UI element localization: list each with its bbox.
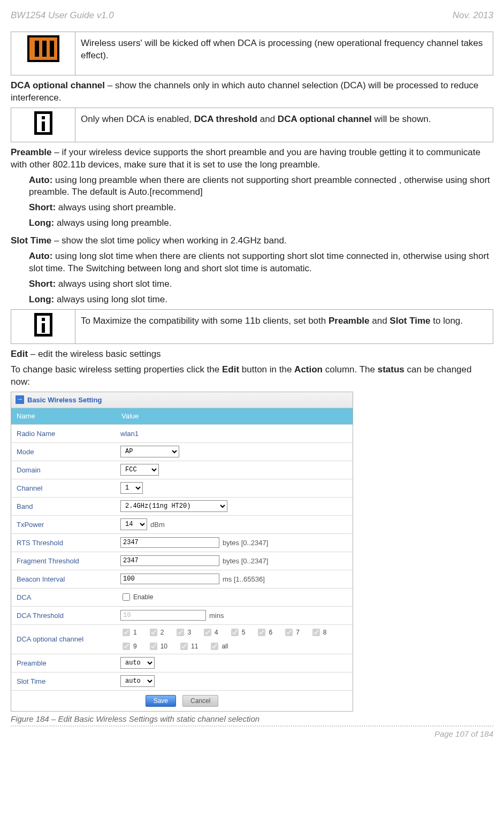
button-row: Save Cancel [11,690,353,711]
warning-icon-cell [11,32,75,75]
row-channel: Channel 1 [11,479,353,497]
slot-short: Short: always using short slot time. [29,278,493,291]
slot-auto: Auto: using long slot time when there ar… [29,250,493,275]
dca-channel-label: 8 [323,628,327,637]
dca-enable-checkbox[interactable] [123,593,130,601]
dca-channel-checkbox-2[interactable] [150,629,157,636]
info-note-2: To Maximize the compatibility with some … [11,309,493,344]
dca-channel-3: 3 [174,627,191,638]
arrow-icon [16,395,24,404]
row-dca: DCA Enable [11,588,353,606]
dca-enable-label: Enable [133,593,153,601]
channel-select[interactable]: 1 [120,482,143,494]
info-text-2: To Maximize the compatibility with some … [75,309,493,343]
dca-channel-checkbox-7[interactable] [285,629,293,636]
dca-channel-checkbox-9[interactable] [123,643,130,650]
slot-time-label: Slot Time [11,235,51,246]
dca-channel-checkbox-11[interactable] [180,643,188,650]
row-radio-name: Radio Name wlan1 [11,424,353,442]
domain-select[interactable]: FCC [120,464,159,476]
row-dca-optional: DCA optional channel 1234567891011all [11,624,353,654]
dca-channel-label: 4 [215,628,218,637]
info-icon-cell [11,108,75,142]
dca-channel-8: 8 [310,627,327,638]
warning-text: Wireless users' will be kicked off when … [75,32,493,75]
dca-optional-paragraph: DCA optional channel – show the channels… [11,80,493,104]
preamble-short: Short: always using short preamble. [29,202,493,214]
dca-channel-checkbox-3[interactable] [177,629,184,636]
beacon-input[interactable] [120,574,219,584]
beacon-unit: ms [1..65536] [223,575,265,584]
panel-title: Basic Wireless Setting [27,395,102,405]
dca-channel-checkbox-4[interactable] [204,629,211,636]
txpower-unit: dBm [150,520,165,530]
preamble-label: Preamble [11,147,52,157]
txpower-select[interactable]: 14 [120,518,147,530]
change-paragraph: To change basic wireless setting propert… [11,364,493,388]
preamble-auto: Auto: using long preamble when there are… [29,174,493,199]
info-note-1: Only when DCA is enabled, DCA threshold … [11,108,493,142]
dca-channel-6: 6 [256,627,272,638]
dca-channel-label: 7 [296,628,300,637]
dca-channel-checkbox-1[interactable] [123,629,130,636]
dca-channel-label: 5 [242,628,246,637]
dca-channel-5: 5 [229,627,246,638]
info-icon-cell-2 [11,309,75,343]
cancel-button[interactable]: Cancel [182,695,218,707]
dca-channel-label: 11 [191,642,198,651]
row-domain: Domain FCC [11,461,353,479]
dca-channel-label: 1 [133,628,137,637]
mode-select[interactable]: AP [120,446,179,457]
dca-channel-checkbox-5[interactable] [231,629,239,636]
dca-channel-checkbox-8[interactable] [312,629,320,636]
slot-long: Long: always using long slot time. [29,294,493,306]
save-button[interactable]: Save [146,695,176,707]
col-value: Value [116,408,144,424]
slot-time-select[interactable]: auto [120,675,155,687]
page-footer: Page 107 of 184 [11,729,493,739]
row-mode: Mode AP [11,442,353,461]
edit-paragraph: Edit – edit the wireless basic settings [11,348,493,361]
band-select[interactable]: 2.4GHz(11ng HT20) [120,500,227,512]
dca-threshold-unit: mins [209,611,224,621]
dca-channel-11: 11 [178,641,198,652]
slot-time-paragraph: Slot Time – show the slot time policy wh… [11,235,493,247]
dca-channel-10: 10 [148,641,167,652]
rts-unit: bytes [0..2347] [223,538,268,548]
preamble-select[interactable]: auto [120,657,155,669]
row-txpower: TxPower 14dBm [11,515,353,533]
info-icon [34,313,52,337]
dca-optional-checkboxes: 1234567891011all [116,625,353,654]
dca-channel-checkbox-10[interactable] [150,643,157,650]
fragment-input[interactable] [120,555,219,566]
dca-channel-1: 1 [120,627,137,638]
dca-threshold-input [120,610,206,621]
preamble-long: Long: always using long preamble. [29,217,493,230]
row-band: Band 2.4GHz(11ng HT20) [11,497,353,515]
dca-channel-all: all [209,641,228,652]
doc-title: BW1254 User Guide v1.0 [11,10,114,22]
dca-channel-9: 9 [120,641,137,652]
dca-channel-checkbox-all[interactable] [211,643,218,650]
dca-channel-2: 2 [148,627,164,638]
dca-channel-7: 7 [283,627,300,638]
row-preamble: Preamble auto [11,654,353,672]
page-header: BW1254 User Guide v1.0 Nov. 2013 [11,10,493,22]
dca-channel-4: 4 [202,627,218,638]
warning-note: Wireless users' will be kicked off when … [11,32,493,75]
fragment-unit: bytes [0..2347] [223,556,268,566]
row-rts: RTS Threshold bytes [0..2347] [11,533,353,552]
dca-channel-label: 9 [133,642,137,651]
info-text: Only when DCA is enabled, DCA threshold … [75,108,493,142]
doc-date: Nov. 2013 [453,10,493,22]
panel-header: Basic Wireless Setting [11,392,353,409]
row-dca-threshold: DCA Threshold mins [11,606,353,624]
column-header-row: Name Value [11,408,353,424]
dca-channel-checkbox-6[interactable] [258,629,265,636]
settings-panel: Basic Wireless Setting Name Value Radio … [11,392,353,712]
edit-label: Edit [11,349,28,359]
warning-icon [27,35,59,62]
rts-input[interactable] [120,537,219,548]
info-icon [34,111,52,135]
dca-channel-label: 2 [161,628,164,637]
